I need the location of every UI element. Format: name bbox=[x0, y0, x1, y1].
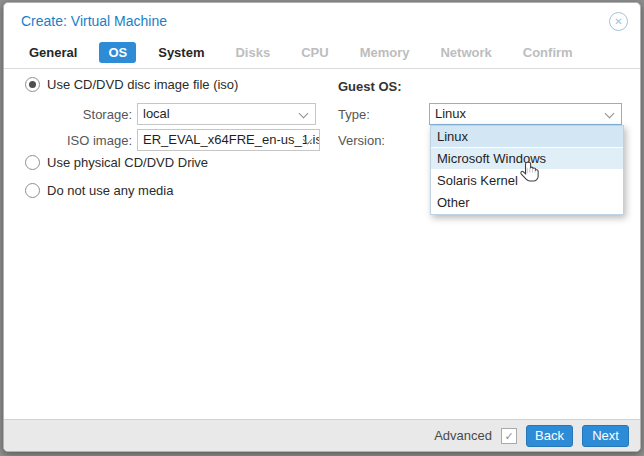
next-button[interactable]: Next bbox=[582, 425, 629, 447]
radio-option-nomedia[interactable]: Do not use any media bbox=[25, 183, 173, 198]
iso-image-select[interactable]: ER_EVAL_x64FRE_en-us_1.iso bbox=[137, 129, 320, 151]
wizard-tabbar: General OS System Disks CPU Memory Netwo… bbox=[20, 41, 582, 63]
type-dropdown-list: Linux Microsoft Windows Solaris Kernel O… bbox=[430, 125, 624, 215]
radio-icon[interactable] bbox=[25, 155, 40, 170]
tab-system[interactable]: System bbox=[149, 42, 213, 63]
dropdown-item-microsoft-windows[interactable]: Microsoft Windows bbox=[431, 148, 623, 170]
dropdown-item-other[interactable]: Other bbox=[431, 192, 623, 214]
dialog-title: Create: Virtual Machine bbox=[21, 13, 167, 29]
radio-option-nomedia-label: Do not use any media bbox=[47, 183, 173, 198]
type-label: Type: bbox=[338, 107, 370, 122]
radio-option-iso[interactable]: Use CD/DVD disc image file (iso) bbox=[25, 77, 238, 92]
tab-network: Network bbox=[431, 42, 500, 63]
radio-icon-selected[interactable] bbox=[25, 77, 40, 92]
create-vm-dialog: Create: Virtual Machine ✕ General OS Sys… bbox=[3, 2, 641, 452]
version-label: Version: bbox=[338, 133, 385, 148]
tab-divider bbox=[4, 68, 640, 69]
chevron-down-icon[interactable] bbox=[299, 109, 309, 119]
type-select[interactable]: Linux bbox=[429, 103, 622, 125]
chevron-down-icon[interactable] bbox=[605, 109, 615, 119]
back-button[interactable]: Back bbox=[526, 425, 573, 447]
screen: Create: Virtual Machine ✕ General OS Sys… bbox=[0, 0, 644, 456]
storage-select[interactable]: local bbox=[137, 103, 316, 125]
radio-option-iso-label: Use CD/DVD disc image file (iso) bbox=[47, 77, 238, 92]
tab-general[interactable]: General bbox=[20, 42, 86, 63]
dropdown-item-solaris-kernel[interactable]: Solaris Kernel bbox=[431, 170, 623, 192]
iso-image-label: ISO image: bbox=[22, 133, 132, 148]
iso-image-select-value: ER_EVAL_x64FRE_en-us_1.iso bbox=[143, 132, 320, 147]
storage-select-value: local bbox=[143, 106, 170, 121]
tab-cpu: CPU bbox=[292, 42, 337, 63]
radio-option-physical-label: Use physical CD/DVD Drive bbox=[47, 155, 208, 170]
advanced-checkbox[interactable]: ✓ bbox=[501, 428, 517, 444]
tab-confirm: Confirm bbox=[514, 42, 582, 63]
radio-icon[interactable] bbox=[25, 183, 40, 198]
storage-label: Storage: bbox=[22, 107, 132, 122]
type-select-value: Linux bbox=[435, 106, 466, 121]
tab-disks: Disks bbox=[226, 42, 279, 63]
tab-memory: Memory bbox=[351, 42, 419, 63]
dialog-footer: Advanced ✓ Back Next bbox=[4, 419, 640, 451]
close-icon[interactable]: ✕ bbox=[609, 12, 628, 31]
dropdown-item-linux[interactable]: Linux bbox=[431, 126, 623, 148]
radio-option-physical[interactable]: Use physical CD/DVD Drive bbox=[25, 155, 208, 170]
tab-os[interactable]: OS bbox=[99, 42, 136, 63]
advanced-label: Advanced bbox=[434, 428, 492, 443]
guest-os-heading: Guest OS: bbox=[338, 79, 402, 94]
